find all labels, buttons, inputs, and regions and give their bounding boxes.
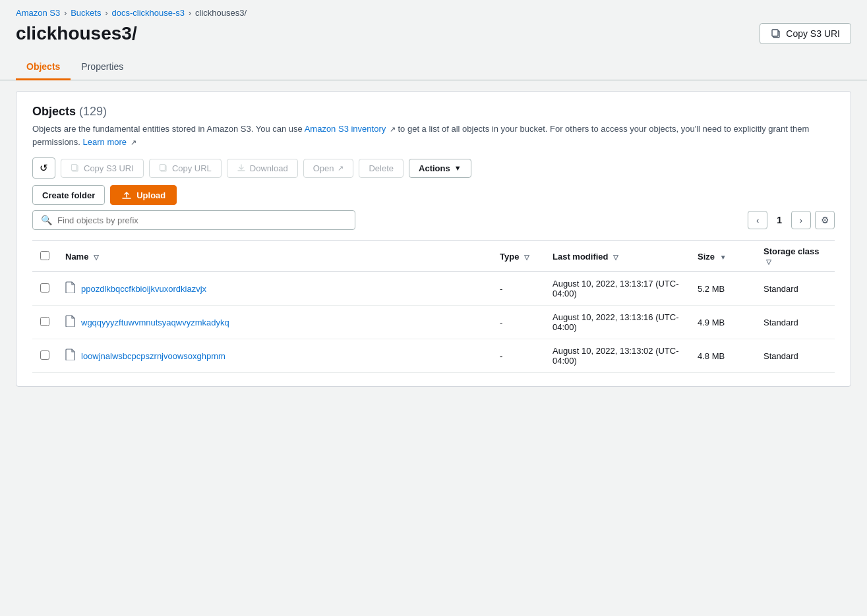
file-modified-1: August 10, 2022, 13:13:16 (UTC-04:00) [545, 306, 690, 339]
col-size: Size ▼ [690, 241, 756, 272]
copy-icon [159, 163, 168, 173]
tabs-container: Objects Properties [0, 55, 867, 80]
chevron-icon: › [64, 9, 67, 18]
sort-icon-storage: ▽ [766, 258, 771, 266]
breadcrumb-current: clickhouses3/ [195, 8, 247, 18]
toolbar-row2: Create folder Upload [32, 185, 835, 205]
breadcrumb-docs-clickhouse-s3[interactable]: docs-clickhouse-s3 [111, 8, 185, 18]
svg-rect-3 [72, 165, 77, 171]
select-all-checkbox[interactable] [40, 251, 49, 260]
search-icon: 🔍 [41, 215, 52, 225]
delete-button[interactable]: Delete [359, 159, 404, 178]
tab-properties[interactable]: Properties [71, 55, 134, 80]
svg-rect-5 [160, 165, 165, 171]
actions-button[interactable]: Actions ▼ [409, 159, 471, 178]
table-row: ppozdlkbqccfkbioijkvuxordkiazvjx - Augus… [32, 272, 835, 306]
upload-icon [121, 190, 132, 200]
file-type-0: - [492, 272, 545, 306]
breadcrumb-amazon-s3[interactable]: Amazon S3 [16, 8, 60, 18]
copy-icon [71, 163, 80, 173]
sort-icon-modified: ▽ [613, 254, 618, 261]
copy-url-button[interactable]: Copy URL [149, 159, 222, 178]
col-type: Type ▽ [492, 241, 545, 272]
file-storage-2: Standard [756, 339, 835, 373]
download-icon [237, 163, 246, 173]
copy-s3-uri-header-button[interactable]: Copy S3 URI [760, 23, 851, 44]
file-type-2: - [492, 339, 545, 373]
s3-inventory-link[interactable]: Amazon S3 inventory [305, 124, 386, 134]
objects-table: Name ▽ Type ▽ Last modified ▽ Size ▼ Sto… [32, 240, 835, 373]
file-type-1: - [492, 306, 545, 339]
page-header: clickhouses3/ Copy S3 URI [0, 23, 867, 55]
copy-icon [771, 28, 781, 39]
download-button[interactable]: Download [227, 159, 298, 178]
copy-s3-uri-button[interactable]: Copy S3 URI [61, 159, 144, 178]
svg-rect-1 [772, 30, 778, 36]
breadcrumb-buckets[interactable]: Buckets [71, 8, 101, 18]
sort-icon-name: ▽ [94, 254, 99, 261]
sort-icon-type: ▽ [524, 254, 529, 261]
file-icon [65, 315, 76, 329]
refresh-button[interactable]: ↺ [32, 157, 55, 179]
pagination-next-button[interactable]: › [791, 211, 811, 229]
file-size-1: 4.9 MB [690, 306, 756, 339]
breadcrumb: Amazon S3 › Buckets › docs-clickhouse-s3… [0, 0, 867, 23]
objects-title: Objects (129) [32, 105, 835, 119]
create-folder-button[interactable]: Create folder [32, 185, 105, 205]
chevron-icon: › [189, 9, 191, 18]
search-pagination-row: 🔍 ‹ 1 › ⚙ [32, 210, 835, 230]
main-content: Objects (129) Objects are the fundamenta… [16, 91, 851, 387]
tab-objects[interactable]: Objects [16, 55, 71, 80]
file-link-2[interactable]: loowjnalwsbcpcpszrnjvoowsoxghpmm [65, 349, 484, 363]
file-link-0[interactable]: ppozdlkbqccfkbioijkvuxordkiazvjx [65, 281, 484, 296]
file-size-0: 5.2 MB [690, 272, 756, 306]
row-checkbox-2[interactable] [40, 350, 49, 360]
table-row: wgqqyyyzftuwvmnutsyaqwvyzmkadykq - Augus… [32, 306, 835, 339]
table-settings-button[interactable]: ⚙ [815, 211, 835, 229]
learn-more-link[interactable]: Learn more [83, 137, 127, 147]
toolbar: ↺ Copy S3 URI Copy URL Download Open ↗ [32, 157, 835, 179]
pagination-prev-button[interactable]: ‹ [748, 211, 767, 229]
row-checkbox-0[interactable] [40, 283, 49, 293]
file-size-2: 4.8 MB [690, 339, 756, 373]
col-name: Name ▽ [57, 241, 492, 272]
page-title: clickhouses3/ [16, 23, 137, 44]
file-storage-1: Standard [756, 306, 835, 339]
file-modified-2: August 10, 2022, 13:13:02 (UTC-04:00) [545, 339, 690, 373]
pagination-current-page: 1 [771, 212, 787, 228]
search-box: 🔍 [32, 210, 355, 230]
sort-icon-size: ▼ [720, 254, 727, 261]
chevron-icon: › [105, 9, 107, 18]
upload-button[interactable]: Upload [110, 185, 177, 205]
file-modified-0: August 10, 2022, 13:13:17 (UTC-04:00) [545, 272, 690, 306]
objects-count: (129) [79, 105, 107, 118]
pagination: ‹ 1 › ⚙ [748, 211, 835, 229]
search-input[interactable] [57, 215, 347, 225]
file-link-1[interactable]: wgqqyyyzftuwvmnutsyaqwvyzmkadykq [65, 315, 484, 329]
col-storage-class: Storage class ▽ [756, 241, 835, 272]
open-button[interactable]: Open ↗ [303, 159, 354, 178]
table-row: loowjnalwsbcpcpszrnjvoowsoxghpmm - Augus… [32, 339, 835, 373]
file-icon [65, 349, 76, 363]
file-icon [65, 281, 76, 296]
objects-header: Objects (129) Objects are the fundamenta… [32, 105, 835, 148]
objects-description: Objects are the fundamental entities sto… [32, 123, 835, 148]
row-checkbox-1[interactable] [40, 317, 49, 326]
col-last-modified: Last modified ▽ [545, 241, 690, 272]
file-storage-0: Standard [756, 272, 835, 306]
